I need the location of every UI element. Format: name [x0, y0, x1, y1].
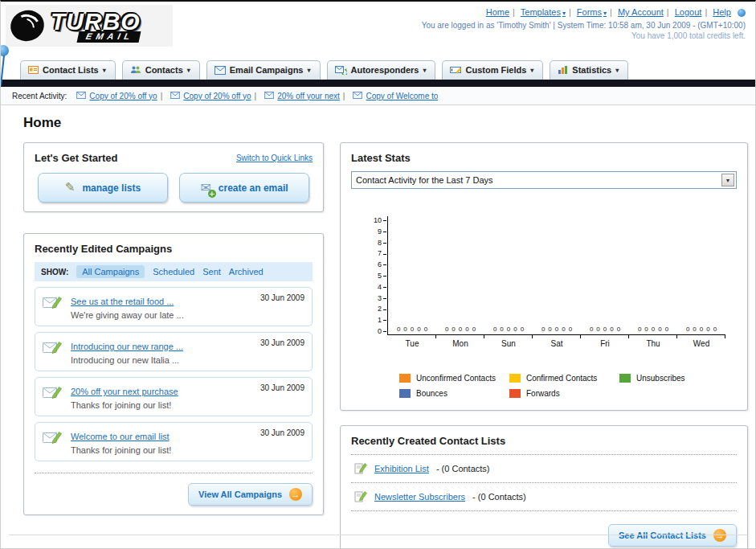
chart-value-label: 0: [397, 326, 400, 333]
logo-swoosh-icon: [6, 6, 48, 45]
contact-list-link[interactable]: Exhibition List: [374, 464, 429, 473]
top-link-my-account[interactable]: My Account: [618, 7, 664, 17]
chart-value-label: 0: [603, 326, 607, 333]
tab-statistics[interactable]: Statistics ▾: [550, 60, 628, 80]
link-label: Help: [713, 7, 731, 17]
chart-plot: 00000Tue00000Mon00000Sun00000Sat00000Fri…: [387, 216, 725, 335]
top-link-forms[interactable]: Forms▾: [577, 7, 607, 17]
campaign-list-item[interactable]: See us at the retail food ... We're givi…: [35, 287, 313, 326]
chart-value-label: 0: [521, 326, 524, 333]
legend-swatch: [619, 374, 631, 383]
nav-divider-bar: [1, 80, 755, 87]
manage-lists-button[interactable]: ✎ manage lists: [38, 173, 168, 203]
chart-values: 00000: [590, 326, 620, 333]
see-all-contact-lists-button[interactable]: See All Contact Lists →: [608, 524, 737, 547]
contact-activity-chart: 109876543210 00000Tue00000Mon00000Sun000…: [374, 216, 725, 350]
campaign-title-link[interactable]: Introducing our new range ...: [71, 342, 183, 351]
campaign-date: 30 Jun 2009: [260, 338, 304, 347]
y-tick-label: 5: [378, 272, 386, 280]
chart-value-label: 0: [562, 326, 565, 333]
tab-autoresponders[interactable]: Autoresponders ▾: [327, 60, 436, 80]
edit-list-icon: [354, 490, 367, 503]
custom-fields-icon: [450, 65, 461, 75]
recent-activity-item[interactable]: Copy of Welcome to: [353, 92, 438, 100]
recent-activity-item[interactable]: 20% off your next: [264, 92, 340, 100]
recent-activity-item[interactable]: Copy of 20% off yo: [170, 92, 251, 100]
tab-custom-fields[interactable]: Custom Fields ▾: [442, 60, 543, 80]
recent-activity-item[interactable]: Copy of 20% off yo: [76, 92, 157, 100]
campaign-title-link[interactable]: Welcome to our email list: [71, 432, 170, 441]
filter-scheduled[interactable]: Scheduled: [153, 267, 194, 277]
main-nav-tabs: Contact Lists ▾ Contacts ▾ Email Campaig…: [1, 51, 755, 80]
top-link-logout[interactable]: Logout: [675, 7, 702, 17]
link-label: Templates: [521, 7, 561, 17]
recent-activity-link: Copy of 20% off yo: [89, 92, 157, 100]
campaign-date: 30 Jun 2009: [260, 383, 304, 392]
campaign-title-link[interactable]: See us at the retail food ...: [71, 297, 174, 306]
chart-value-label: 0: [500, 326, 503, 333]
contact-list-row[interactable]: Exhibition List - (0 Contacts): [351, 455, 737, 483]
filter-all-campaigns[interactable]: All Campaigns: [76, 265, 145, 278]
y-tick-label: 9: [378, 227, 386, 236]
campaign-list-item[interactable]: Introducing our new range ... Introducin…: [35, 332, 313, 371]
chevron-down-icon: ▾: [603, 10, 607, 17]
filter-sent[interactable]: Sent: [202, 267, 221, 277]
logo-text: TURBO EMAIL: [51, 10, 141, 43]
button-label: See All Contact Lists: [619, 531, 706, 540]
contact-list-link[interactable]: Newsletter Subscribers: [374, 492, 465, 502]
link-label: Logout: [675, 7, 702, 17]
chart-values: 00000: [638, 326, 668, 333]
chart-value-label: 0: [610, 326, 613, 333]
view-all-campaigns-button[interactable]: View All Campaigns →: [188, 483, 313, 506]
chart-value-label: 0: [713, 326, 717, 333]
y-tick-label: 7: [378, 249, 386, 257]
help-bubble-icon[interactable]: [738, 9, 746, 17]
chart-value-label: 0: [596, 326, 599, 333]
dropdown-arrow-icon: ▼: [721, 174, 734, 186]
create-email-button[interactable]: ✉+ create an email: [179, 173, 309, 203]
envelope-plus-icon: ✉+: [200, 180, 210, 195]
tab-email-campaigns[interactable]: Email Campaigns ▾: [206, 60, 321, 80]
bar-chart-icon: [558, 65, 568, 75]
campaign-subtitle: Introducing our new Italia ...: [71, 355, 255, 365]
chevron-down-icon: ▾: [423, 67, 426, 74]
top-link-templates[interactable]: Templates▾: [521, 7, 566, 17]
separator: |: [255, 92, 257, 100]
chart-value-label: 0: [590, 326, 593, 333]
x-tick-label: Fri: [600, 339, 610, 348]
legend-swatch: [399, 374, 411, 383]
contact-list-count: - (0 Contacts): [436, 464, 490, 473]
y-tick-label: 3: [378, 294, 386, 302]
y-tick-label: 2: [378, 305, 386, 313]
tab-label: Custom Fields: [465, 65, 526, 75]
campaign-list-item[interactable]: Welcome to our email list Thanks for joi…: [35, 422, 313, 461]
tab-label: Email Campaigns: [230, 65, 304, 75]
button-label: manage lists: [82, 182, 141, 194]
legend-label: Unconfirmed Contacts: [416, 374, 496, 383]
top-link-help[interactable]: Help: [713, 7, 731, 17]
tab-contacts[interactable]: Contacts ▾: [122, 60, 200, 80]
tab-contact-lists[interactable]: Contact Lists ▾: [20, 60, 116, 80]
legend-item: Unconfirmed Contacts: [399, 374, 509, 383]
top-link-home[interactable]: Home: [486, 7, 509, 17]
campaign-list-item[interactable]: 20% off your next purchase Thanks for jo…: [35, 377, 313, 416]
contact-lists-title: Recently Created Contact Lists: [351, 435, 737, 455]
chart-legend: Unconfirmed ContactsConfirmed ContactsUn…: [399, 374, 737, 398]
tab-label: Statistics: [572, 65, 611, 75]
filter-archived[interactable]: Archived: [229, 267, 264, 277]
campaign-title-link[interactable]: 20% off your next purchase: [71, 387, 178, 396]
stats-period-select[interactable]: Contact Activity for the Last 7 Days ▼: [351, 171, 737, 189]
x-tick-label: Sat: [551, 339, 563, 348]
switch-quick-links-link[interactable]: Switch to Quick Links: [236, 154, 313, 162]
contact-list-row[interactable]: Newsletter Subscribers - (0 Contacts): [351, 483, 737, 511]
chart-day-group: 00000Thu: [629, 216, 677, 334]
chart-values: 00000: [541, 326, 572, 333]
x-tick-label: Tue: [406, 339, 419, 348]
chart-value-label: 0: [700, 326, 703, 333]
chart-day-group: 00000Fri: [581, 216, 629, 334]
chart-value-label: 0: [411, 326, 414, 333]
chart-day-group: 00000Sun: [484, 216, 533, 334]
chart-value-label: 0: [548, 326, 551, 333]
campaign-edit-icon: [43, 430, 63, 445]
chart-value-label: 0: [555, 326, 558, 333]
